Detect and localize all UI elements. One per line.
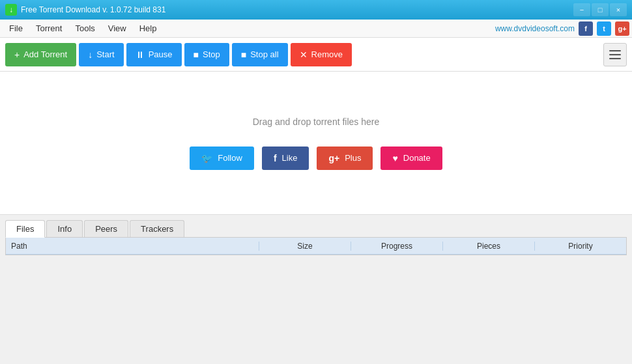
start-icon: ↓ — [88, 49, 93, 60]
pause-label: Pause — [149, 49, 173, 59]
twitter-bird-icon: 🐦 — [201, 153, 212, 163]
tab-peers[interactable]: Peers — [84, 220, 128, 237]
stop-button[interactable]: ■ Stop — [184, 43, 229, 66]
plus-button[interactable]: g+ Plus — [317, 147, 373, 170]
start-button[interactable]: ↓ Start — [79, 43, 123, 66]
stop-icon: ■ — [194, 49, 199, 60]
column-priority: Priority — [535, 242, 626, 251]
remove-icon: ✕ — [300, 49, 308, 60]
menu-torrent[interactable]: Torrent — [29, 21, 68, 36]
tab-trackers[interactable]: Trackers — [130, 220, 184, 237]
donate-button[interactable]: ♥ Donate — [381, 147, 442, 170]
social-buttons: 🐦 Follow f Like g+ Plus ♥ Donate — [190, 147, 442, 170]
hamburger-line-2 — [609, 54, 621, 55]
start-label: Start — [96, 49, 114, 59]
title-bar-left: ↓ Free Torrent Download v. 1.0.72 build … — [5, 4, 165, 16]
menu-items: File Torrent Tools View Help — [3, 21, 163, 36]
app-icon: ↓ — [5, 4, 17, 16]
donate-label: Donate — [403, 153, 431, 163]
menu-right: www.dvdvideosoft.com f t g+ — [495, 21, 629, 36]
dvd-link[interactable]: www.dvdvideosoft.com — [495, 24, 575, 33]
toolbar-menu-button[interactable] — [603, 43, 627, 66]
toolbar: + Add Torrent ↓ Start ⏸ Pause ■ Stop ■ S… — [0, 38, 632, 72]
maximize-button[interactable]: □ — [592, 3, 609, 16]
stop-all-label: Stop all — [250, 49, 278, 59]
title-bar: ↓ Free Torrent Download v. 1.0.72 build … — [0, 0, 632, 20]
remove-button[interactable]: ✕ Remove — [291, 43, 352, 66]
googleplus-plus-icon: g+ — [328, 153, 339, 163]
hamburger-line-3 — [609, 58, 621, 59]
tab-content: Path Size Progress Pieces Priority — [5, 237, 627, 255]
table-header: Path Size Progress Pieces Priority — [6, 238, 626, 255]
add-label: Add Torrent — [23, 49, 67, 59]
like-button[interactable]: f Like — [262, 147, 309, 170]
menu-bar: File Torrent Tools View Help www.dvdvide… — [0, 20, 632, 38]
column-progress: Progress — [351, 242, 443, 251]
follow-label: Follow — [218, 153, 242, 163]
menu-view[interactable]: View — [102, 21, 133, 36]
column-pieces: Pieces — [443, 242, 535, 251]
stop-label: Stop — [203, 49, 220, 59]
like-label: Like — [282, 153, 298, 163]
stop-all-button[interactable]: ■ Stop all — [232, 43, 288, 66]
menu-help[interactable]: Help — [133, 21, 164, 36]
add-torrent-button[interactable]: + Add Torrent — [5, 43, 76, 66]
facebook-like-icon: f — [274, 153, 277, 163]
heart-icon: ♥ — [392, 153, 397, 163]
follow-button[interactable]: 🐦 Follow — [190, 147, 254, 170]
facebook-icon[interactable]: f — [579, 21, 593, 36]
window-controls: − □ × — [573, 3, 627, 16]
menu-tools[interactable]: Tools — [68, 21, 101, 36]
hamburger-line-1 — [609, 50, 621, 51]
main-content: Drag and drop torrent files here 🐦 Follo… — [0, 72, 632, 215]
tab-info[interactable]: Info — [46, 220, 83, 237]
plus-label: Plus — [345, 153, 361, 163]
column-size: Size — [259, 242, 351, 251]
drag-drop-text: Drag and drop torrent files here — [253, 117, 380, 127]
close-button[interactable]: × — [610, 3, 627, 16]
menu-file[interactable]: File — [3, 21, 29, 36]
bottom-panel: Files Info Peers Trackers Path Size Prog… — [0, 215, 632, 260]
pause-icon: ⏸ — [136, 49, 145, 60]
tab-bar: Files Info Peers Trackers — [0, 215, 632, 237]
app-title: Free Torrent Download v. 1.0.72 build 83… — [21, 5, 165, 14]
twitter-icon[interactable]: t — [597, 21, 611, 36]
remove-label: Remove — [311, 49, 343, 59]
pause-button[interactable]: ⏸ Pause — [126, 43, 182, 66]
column-path: Path — [6, 242, 259, 251]
googleplus-icon[interactable]: g+ — [615, 21, 629, 36]
tab-files[interactable]: Files — [5, 220, 45, 238]
minimize-button[interactable]: − — [573, 3, 590, 16]
add-icon: + — [14, 49, 20, 60]
stop-all-icon: ■ — [241, 49, 246, 60]
